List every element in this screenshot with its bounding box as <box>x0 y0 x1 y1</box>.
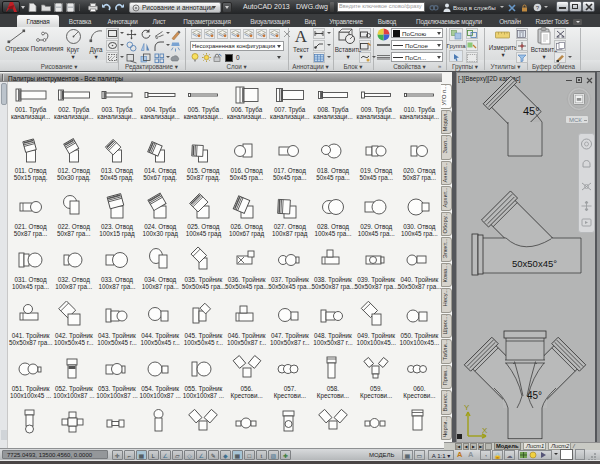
svg-text:Y: Y <box>464 403 470 412</box>
svg-text:X: X <box>482 426 488 435</box>
svg-text:45°: 45° <box>523 105 540 117</box>
svg-text:50x50x45°: 50x50x45° <box>512 258 557 269</box>
svg-text:45°: 45° <box>527 390 542 401</box>
